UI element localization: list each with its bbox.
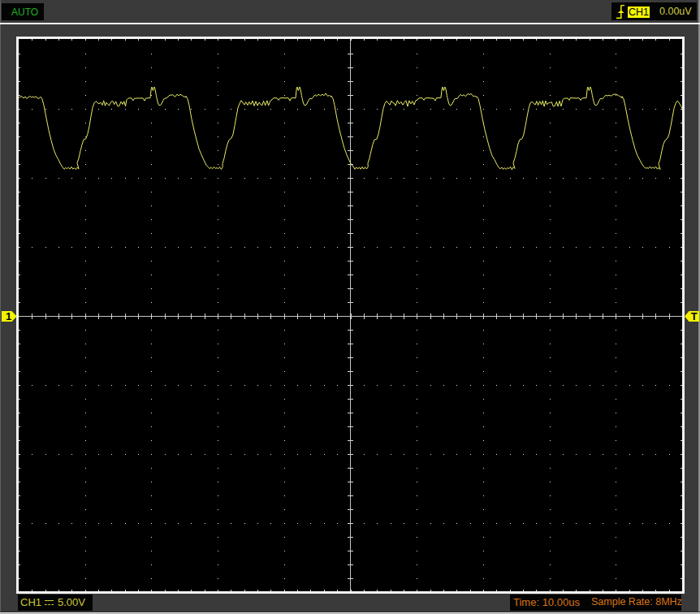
svg-text:T: T — [691, 310, 698, 322]
svg-text:1: 1 — [6, 310, 11, 322]
